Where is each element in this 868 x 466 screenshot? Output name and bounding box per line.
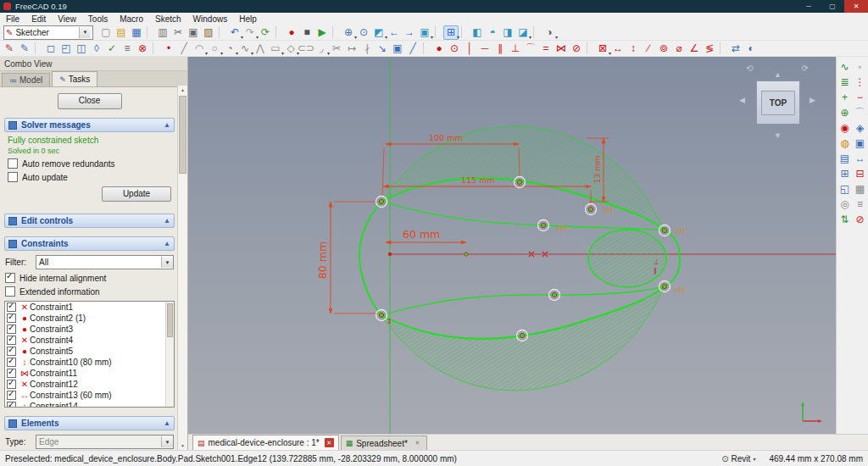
create-line-icon[interactable]: ╱ — [176, 42, 192, 56]
create-point-icon[interactable]: • — [161, 42, 176, 56]
save-document-icon[interactable]: ▦ — [129, 25, 144, 40]
map-sketch-icon[interactable]: ◫ — [74, 42, 89, 56]
extended-information-checkbox[interactable]: Extended information — [5, 286, 175, 297]
bspline-knots-icon[interactable]: ⋮ — [853, 75, 868, 89]
increase-degree-icon[interactable]: + — [837, 90, 853, 104]
menu-edit[interactable]: Edit — [25, 14, 52, 25]
constraint-checkbox[interactable] — [7, 380, 16, 389]
snap-toggle-icon[interactable]: ◎ — [837, 197, 853, 211]
insert-knot-icon[interactable]: ⊕ — [837, 105, 853, 119]
tab-tasks[interactable]: ✎Tasks — [52, 71, 97, 86]
create-bspline-icon[interactable]: ∿▾ — [237, 42, 253, 56]
view-section-icon[interactable]: ◰ — [58, 42, 74, 56]
edit-sketch-icon[interactable]: ✎ — [17, 42, 32, 56]
validate-sketch-icon[interactable]: ✓ — [104, 42, 120, 56]
remove-alignment-icon[interactable]: ⊟ — [853, 166, 868, 180]
copy-sketch-icon[interactable]: ▤ — [837, 151, 853, 165]
sketch-edge-left-arc[interactable] — [359, 202, 381, 315]
rotate-cw-icon[interactable]: ⟳ — [802, 64, 809, 73]
macro-stop-icon[interactable]: ■ — [299, 25, 314, 40]
sync-view-icon[interactable]: ⇅ — [837, 212, 853, 226]
3d-viewport[interactable]: 100 mm 115 mm 13 mm 60 mm 80 mm ⊥ ∥ ↕ .0… — [188, 57, 836, 434]
create-sketch-icon[interactable]: ✎ — [2, 42, 17, 56]
create-arc-icon[interactable]: ◠▾ — [192, 42, 207, 56]
constraint-lock-icon[interactable]: ⊠▾ — [595, 42, 610, 56]
view-front-icon[interactable]: ◧ — [470, 25, 485, 40]
constraint-radius-icon[interactable]: ⊚ — [656, 42, 671, 56]
menu-help[interactable]: Help — [233, 14, 263, 25]
construction-mode-icon[interactable]: ╱ — [405, 42, 420, 56]
toggle-driving-constraint-icon[interactable]: ⇄ — [728, 42, 743, 56]
constraint-checkbox[interactable] — [7, 336, 16, 345]
macro-record-icon[interactable]: ● — [284, 25, 299, 40]
create-polyline-icon[interactable]: ⋀ — [253, 42, 268, 56]
constraint-checkbox[interactable] — [7, 369, 16, 378]
view-right-icon[interactable]: ◨ — [500, 25, 515, 40]
rotate-ccw-icon[interactable]: ⟲ — [746, 64, 753, 73]
sketch-point[interactable] — [465, 252, 468, 256]
bspline-poles-icon[interactable]: ◦ — [853, 59, 868, 74]
merge-sketches-icon[interactable]: ≡ — [120, 42, 135, 56]
carbon-copy-icon[interactable]: ▣ — [390, 42, 405, 56]
edit-controls-header[interactable]: Edit controls ▲ — [4, 214, 175, 228]
tab-spreadsheet[interactable]: ▦ Spreadsheet* — [341, 435, 427, 450]
constraint-item[interactable]: ↕ Constraint14 — [5, 401, 174, 408]
constraint-checkbox[interactable] — [7, 358, 16, 367]
external-geometry-icon[interactable]: ↘ — [375, 42, 390, 56]
list-scrollbar[interactable] — [165, 302, 174, 407]
close-task-button[interactable]: Close — [58, 93, 122, 109]
virtual-space-icon[interactable]: ◱ — [837, 181, 853, 196]
paste-icon[interactable]: ▨ — [201, 25, 216, 40]
select-redundant-icon[interactable]: ◍ — [837, 136, 853, 150]
menu-view[interactable]: View — [52, 14, 82, 25]
element-type-select[interactable]: Edge ▼ — [36, 435, 174, 449]
bspline-comb-icon[interactable]: ≣ — [837, 75, 853, 89]
nav-cube-top-face[interactable]: TOP — [755, 80, 801, 125]
reorient-sketch-icon[interactable]: ◊ — [89, 42, 104, 56]
auto-update-checkbox[interactable]: Auto update — [8, 172, 173, 182]
constraint-filter-select[interactable]: All ▼ — [36, 255, 174, 269]
constraint-item[interactable]: ↔ Constraint13 (60 mm) — [5, 390, 174, 401]
new-document-icon[interactable]: ▢ — [98, 25, 114, 40]
constraint-checkbox[interactable] — [7, 313, 16, 323]
maximize-icon[interactable]: ▢ — [821, 0, 844, 13]
constraint-item[interactable]: ↕ Constraint10 (80 mm) — [5, 357, 174, 368]
tab-medical-device-enclosure[interactable]: ▤ medical-device-enclosure : 1* — [192, 435, 339, 450]
sketch-point[interactable] — [659, 281, 670, 292]
create-circle-icon[interactable]: ○▾ — [207, 42, 222, 56]
update-button[interactable]: Update — [102, 186, 171, 202]
rectangular-array-icon[interactable]: ⊞ — [837, 166, 853, 180]
constraint-tangent-icon[interactable]: ⌒ — [523, 42, 538, 56]
solver-messages-header[interactable]: Solver messages ▲ — [4, 118, 175, 132]
tab-model[interactable]: ≔Model — [2, 73, 50, 86]
constraint-distance-x-icon[interactable]: ↔ — [610, 42, 626, 56]
constraint-checkbox[interactable] — [7, 402, 16, 408]
constraint-distance-icon[interactable]: ∕ — [641, 42, 656, 56]
view-back-arrow-icon[interactable]: ← — [387, 25, 402, 40]
dim-100mm-label[interactable]: 100 mm — [429, 133, 463, 142]
activate-constraint-icon[interactable]: ◐ — [743, 42, 759, 56]
clone-icon[interactable]: ▣ — [853, 136, 868, 150]
constraint-checkbox[interactable] — [7, 325, 16, 334]
menu-sketch[interactable]: Sketch — [149, 14, 187, 25]
zoom-region-icon[interactable]: ⊞▾ — [443, 25, 459, 40]
menu-macro[interactable]: Macro — [114, 14, 149, 25]
scrollbar-thumb[interactable] — [179, 96, 186, 174]
constraints-header[interactable]: Constraints ▲ — [4, 236, 175, 251]
create-polygon-icon[interactable]: ◇▾ — [283, 42, 298, 56]
nav-left-arrow-icon[interactable]: ◀ — [739, 96, 745, 104]
nav-style-selector[interactable]: ⊙ Revit ▾ — [721, 454, 755, 463]
decrease-degree-icon[interactable]: − — [853, 90, 868, 104]
constraint-perpendicular-icon[interactable]: ⊥ — [508, 42, 523, 56]
constraint-item[interactable]: ✕ Constraint1 — [5, 302, 174, 313]
constraint-checkbox[interactable] — [7, 391, 16, 400]
collapse-chevron-icon[interactable]: ▲ — [164, 121, 170, 129]
create-conic-icon[interactable]: ◔▾ — [222, 42, 237, 56]
constraint-parallel-icon[interactable]: ∥ — [492, 42, 508, 56]
tab-close-icon[interactable] — [325, 438, 334, 447]
stop-operation-icon[interactable]: ⊘ — [853, 212, 868, 226]
workbench-selector[interactable]: ✎ Sketcher ▼ — [3, 25, 93, 40]
split-edge-icon[interactable]: ∤ — [359, 42, 375, 56]
sketch-origin-point[interactable] — [388, 252, 392, 256]
constraint-point-on-object-icon[interactable]: ⊙ — [447, 42, 462, 56]
